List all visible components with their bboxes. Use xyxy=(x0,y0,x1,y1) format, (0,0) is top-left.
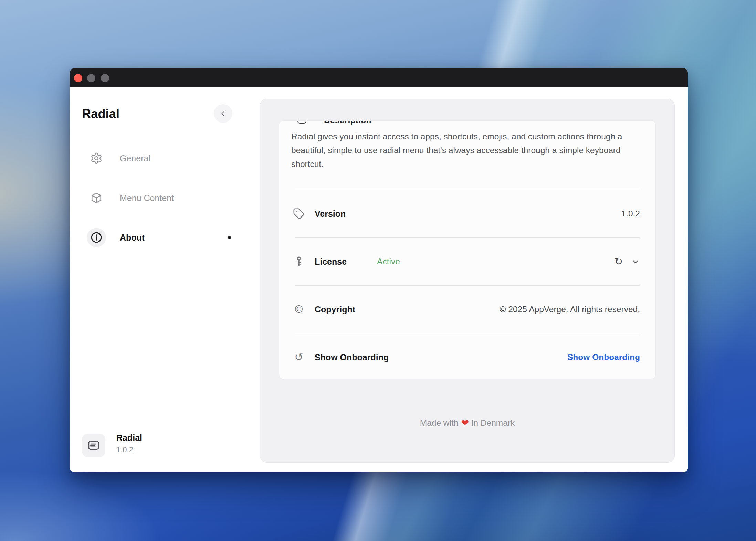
made-with-footer: Made with❤in Denmark xyxy=(260,417,674,428)
app-window: Radial General Menu Content xyxy=(70,68,688,472)
license-status: Active xyxy=(377,257,400,266)
key-icon xyxy=(291,256,306,267)
show-onboarding-link[interactable]: Show Onboarding xyxy=(567,352,640,362)
chevron-down-icon[interactable] xyxy=(631,257,640,266)
copyright-row: © Copyright © 2025 AppVerge. All rights … xyxy=(279,286,655,333)
close-button[interactable] xyxy=(74,74,82,82)
zoom-button[interactable] xyxy=(101,74,109,82)
sidebar-item-label: About xyxy=(120,233,145,243)
sidebar-item-about[interactable]: About xyxy=(70,225,259,250)
license-label: License xyxy=(315,257,347,267)
tag-icon xyxy=(291,208,306,220)
unread-dot xyxy=(228,236,231,239)
sidebar-item-general[interactable]: General xyxy=(70,146,259,170)
footer-prefix: Made with xyxy=(420,418,459,427)
cube-icon xyxy=(87,188,106,208)
sidebar-item-label: Menu Content xyxy=(120,193,174,203)
settings-panel: Description Radial gives you instant acc… xyxy=(279,121,655,379)
window-titlebar[interactable] xyxy=(70,68,688,87)
document-icon xyxy=(297,121,306,124)
app-title: Radial xyxy=(82,107,119,121)
version-row: Version 1.0.2 xyxy=(279,190,655,237)
sidebar: Radial General Menu Content xyxy=(70,87,259,472)
window-content: Radial General Menu Content xyxy=(70,87,688,472)
description-header: Description xyxy=(279,121,655,124)
copyright-icon: © xyxy=(291,304,306,315)
show-onboarding-label: Show Onboarding xyxy=(315,352,389,362)
refresh-icon[interactable]: ↻ xyxy=(615,257,623,267)
sidebar-item-menu-content[interactable]: Menu Content xyxy=(70,186,259,210)
copyright-label: Copyright xyxy=(315,305,355,315)
description-header-label: Description xyxy=(324,121,371,125)
app-icon xyxy=(82,434,105,457)
app-badge-version: 1.0.2 xyxy=(116,445,133,454)
minimize-button[interactable] xyxy=(87,74,95,82)
footer-suffix: in Denmark xyxy=(472,418,515,427)
license-row[interactable]: License Active ↻ xyxy=(279,238,655,285)
gear-icon xyxy=(87,149,106,168)
info-icon xyxy=(87,228,106,247)
sidebar-item-label: General xyxy=(120,153,150,163)
back-button[interactable] xyxy=(214,104,232,123)
heart-icon: ❤ xyxy=(461,417,469,428)
show-onboarding-row: ↺ Show Onboarding Show Onboarding xyxy=(279,333,655,379)
about-card: Description Radial gives you instant acc… xyxy=(260,99,675,463)
desktop-wallpaper: Radial General Menu Content xyxy=(0,0,756,541)
app-badge-name: Radial xyxy=(116,433,142,443)
copyright-value: © 2025 AppVerge. All rights reserved. xyxy=(500,305,640,314)
version-label: Version xyxy=(315,209,346,219)
version-value: 1.0.2 xyxy=(621,209,640,219)
description-text: Radial gives you instant access to apps,… xyxy=(291,130,641,171)
undo-icon: ↺ xyxy=(291,352,306,362)
chevron-left-icon xyxy=(219,109,227,118)
